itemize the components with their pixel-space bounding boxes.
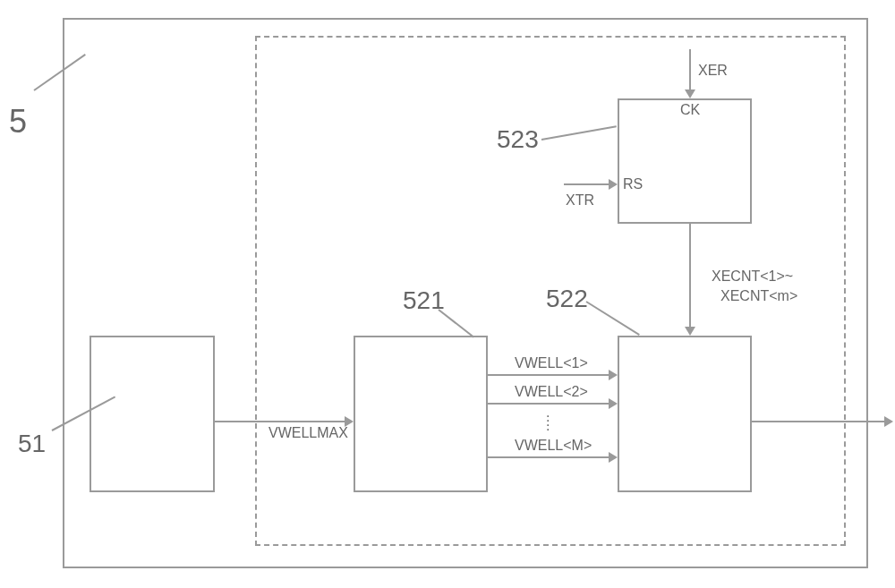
label-vwell1: VWELL<1> (515, 355, 588, 371)
arrow-xecnt-head (685, 327, 695, 336)
label-vwellM: VWELL<M> (515, 438, 592, 454)
label-5: 5 (9, 103, 27, 141)
label-xtr: XTR (566, 192, 594, 209)
block-522 (618, 336, 752, 492)
block-51 (90, 336, 215, 492)
arrow-xtr-line (564, 183, 613, 185)
port-rs: RS (623, 176, 643, 192)
label-vwellmax: VWELLMAX (268, 425, 348, 441)
arrow-xtr-head (609, 179, 618, 190)
arrow-xer-head (685, 89, 695, 98)
arrow-xer-line (689, 49, 691, 94)
label-xecnt-bot: XECNT<m> (720, 288, 797, 304)
label-xer: XER (698, 63, 728, 79)
arrow-vwellmax-line (215, 421, 345, 422)
label-51: 51 (18, 430, 46, 458)
arrow-output-head (884, 416, 893, 427)
vwell-ellipsis: ···· (546, 413, 550, 431)
arrow-xecnt-line (689, 224, 691, 331)
label-vwell2: VWELL<2> (515, 384, 588, 400)
arrow-vwell1-head (609, 370, 618, 380)
port-ck: CK (680, 102, 700, 118)
label-522: 522 (546, 285, 588, 313)
label-xecnt-top: XECNT<1>~ (712, 268, 793, 285)
arrow-vwellM-head (609, 452, 618, 463)
arrow-vwell1-line (488, 374, 609, 376)
arrow-vwell2-line (488, 403, 609, 405)
block-521 (354, 336, 488, 492)
arrow-vwell2-head (609, 398, 618, 409)
arrow-output-line (752, 421, 886, 422)
label-523: 523 (497, 125, 539, 154)
arrow-vwellM-line (488, 456, 609, 458)
